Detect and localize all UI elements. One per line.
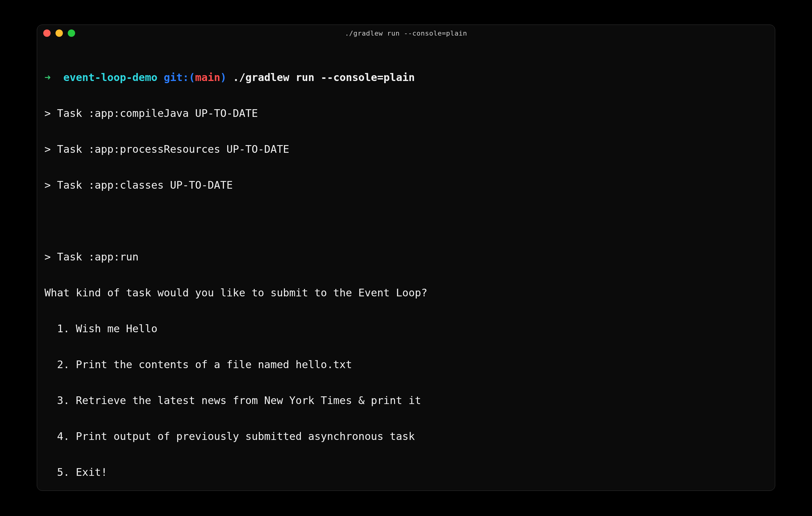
prompt-arrow-icon: ➜: [45, 71, 51, 83]
gradle-compile-line: > Task :app:compileJava UP-TO-DATE: [45, 104, 767, 122]
menu-option-3: 3. Retrieve the latest news from New Yor…: [45, 392, 767, 409]
menu-option-4: 4. Print output of previously submitted …: [45, 427, 767, 445]
menu-option-5: 5. Exit!: [45, 463, 767, 481]
git-paren-close: ): [220, 71, 226, 83]
window-titlebar: ./gradlew run --console=plain: [37, 25, 775, 41]
terminal-window: ./gradlew run --console=plain ➜ event-lo…: [37, 25, 775, 491]
menu-option-1: 1. Wish me Hello: [45, 320, 767, 338]
minimize-icon[interactable]: [56, 29, 63, 37]
git-branch: main: [195, 71, 220, 83]
window-title: ./gradlew run --console=plain: [37, 29, 775, 37]
gradle-run-line: > Task :app:run: [45, 248, 767, 266]
command-text: ./gradlew run --console=plain: [233, 71, 415, 83]
git-paren-open: (: [189, 71, 195, 83]
prompt-directory: event-loop-demo: [63, 71, 157, 83]
menu-question: What kind of task would you like to subm…: [45, 284, 767, 302]
blank-line: [45, 212, 767, 230]
close-icon[interactable]: [43, 29, 51, 37]
prompt-line: ➜ event-loop-demo git:(main) ./gradlew r…: [45, 68, 767, 86]
git-label: git:: [164, 71, 189, 83]
gradle-classes-line: > Task :app:classes UP-TO-DATE: [45, 176, 767, 194]
menu-option-2: 2. Print the contents of a file named he…: [45, 355, 767, 373]
maximize-icon[interactable]: [68, 29, 75, 37]
traffic-lights: [43, 29, 75, 37]
terminal-body[interactable]: ➜ event-loop-demo git:(main) ./gradlew r…: [37, 41, 775, 491]
gradle-resources-line: > Task :app:processResources UP-TO-DATE: [45, 140, 767, 158]
